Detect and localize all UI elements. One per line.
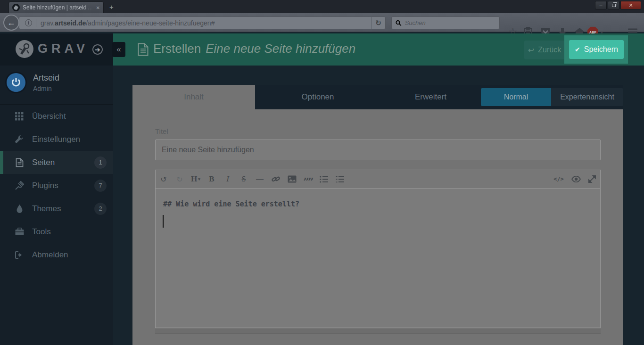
grav-logo-text: GRAV [38,41,89,56]
window-titlebar: Seite hinzufügen | artseid ...a ✕ + – ✕ [0,0,644,13]
unordered-list-icon[interactable] [316,170,332,188]
sidebar-item-abmelden[interactable]: Abmelden [0,243,113,266]
logo-arrow-icon[interactable]: ➔ [92,44,103,55]
code-view-icon[interactable]: </> [549,170,568,188]
text-cursor [163,215,164,228]
zurueck-button[interactable]: ↩ Zurück [524,41,565,59]
restore-button[interactable] [608,1,619,9]
seiten-count-badge: 1 [94,156,107,169]
fullscreen-icon[interactable] [584,170,600,188]
heading-dropdown[interactable]: H▾ [188,170,204,188]
form-panel: Titel ↺ ↻ H▾ B I S — ”” </> ## Wie wird … [132,109,623,345]
restore-icon [612,4,616,7]
file-icon [14,158,25,167]
caret-down-icon: ▾ [198,177,200,181]
tab-optionen[interactable]: Optionen [255,85,380,109]
search-icon [396,20,402,26]
preview-eye-icon[interactable] [568,170,584,188]
strikethrough-icon[interactable]: S [236,170,252,188]
speichern-button[interactable]: ✔ Speichern [569,40,624,59]
user-block[interactable]: Artseid Admin [0,66,113,105]
url-text: grav.artseid.de/admin/pages/eine-neue-se… [41,19,371,27]
reply-arrow-icon: ↩ [528,46,534,55]
markdown-editor[interactable]: ## Wie wird eine Seite erstellt? [155,189,601,328]
sidebar-item-uebersicht[interactable]: Übersicht [0,105,113,128]
redo-icon[interactable]: ↻ [172,170,188,188]
search-input[interactable] [405,19,495,26]
briefcase-icon [14,228,25,236]
bold-icon[interactable]: B [204,170,220,188]
page-title-action: Erstellen [153,41,201,56]
link-icon[interactable] [268,170,284,188]
page-doc-icon [138,43,149,58]
themes-count-badge: 2 [94,203,107,215]
tab-inhalt[interactable]: Inhalt [132,85,255,109]
back-button[interactable]: ← [3,15,19,31]
page-title-subject: Eine neue Seite hinzufügen [206,41,355,56]
admin-sidebar: GRAV ➔ Artseid Admin Übersicht Einstellu… [0,33,113,345]
user-name: Artseid [33,73,59,83]
ordered-list-icon[interactable] [332,170,348,188]
sidebar-item-plugins[interactable]: Plugins 7 [0,174,113,197]
plug-icon [14,181,25,190]
signout-icon [14,251,25,259]
tab-erweitert[interactable]: Erweitert [380,85,481,109]
grav-favicon-icon [12,4,20,11]
sidebar-item-einstellungen[interactable]: Einstellungen [0,128,113,151]
site-info-icon[interactable]: i [25,19,32,26]
sidebar-item-themes[interactable]: Themes 2 [0,197,113,220]
admin-content: Inhalt Optionen Erweitert Normal Experte… [113,66,644,345]
url-bar[interactable]: i grav.artseid.de/admin/pages/eine-neue-… [19,16,386,29]
undo-icon[interactable]: ↺ [156,170,172,188]
grav-logo-icon [16,40,33,58]
divider [36,19,36,27]
wrench-icon [14,135,25,144]
image-icon[interactable] [284,170,300,188]
minimize-button[interactable]: – [595,1,607,9]
editor-toolbar: ↺ ↻ H▾ B I S — ”” </> [155,170,601,189]
reload-button[interactable]: ↻ [371,17,385,29]
blockquote-icon[interactable]: ”” [300,170,316,188]
grav-logo-block: GRAV ➔ [0,33,113,66]
tab-close-icon[interactable]: ✕ [96,5,100,10]
view-toggle: Normal Expertenansicht [481,88,623,106]
browser-navbar: ← i grav.artseid.de/admin/pages/eine-neu… [0,13,644,32]
droplet-icon [14,205,25,213]
hr-icon[interactable]: — [252,170,268,188]
browser-tab[interactable]: Seite hinzufügen | artseid ...a ✕ [8,1,104,13]
close-button[interactable]: ✕ [620,1,641,9]
editor-text: ## Wie wird eine Seite erstellt? [163,200,299,208]
sidebar-item-seiten[interactable]: Seiten 1 [0,151,113,174]
sidebar-menu: Übersicht Einstellungen Seiten 1 Plugins… [0,105,113,266]
new-tab-button[interactable]: + [109,3,114,11]
tab-title: Seite hinzufügen | artseid ...a [23,4,93,11]
titel-input[interactable] [155,140,601,160]
titel-label: Titel [155,127,168,135]
content-tabrow: Inhalt Optionen Erweitert Normal Experte… [132,85,623,109]
toggle-expertenansicht[interactable]: Expertenansicht [551,88,623,106]
toggle-normal[interactable]: Normal [481,88,551,106]
user-role: Admin [33,85,52,92]
admin-topbar: Erstellen Eine neue Seite hinzufügen ↩ Z… [113,33,644,66]
plugins-count-badge: 7 [94,180,107,192]
search-bar[interactable] [391,16,500,29]
grid-icon [14,112,25,121]
sidebar-item-tools[interactable]: Tools [0,220,113,243]
editor-footer-strip [155,329,601,334]
avatar [5,72,27,93]
sidebar-collapse-button[interactable]: « [112,42,125,57]
italic-icon[interactable]: I [220,170,236,188]
page-title: Erstellen Eine neue Seite hinzufügen [153,41,355,56]
check-icon: ✔ [575,46,580,53]
